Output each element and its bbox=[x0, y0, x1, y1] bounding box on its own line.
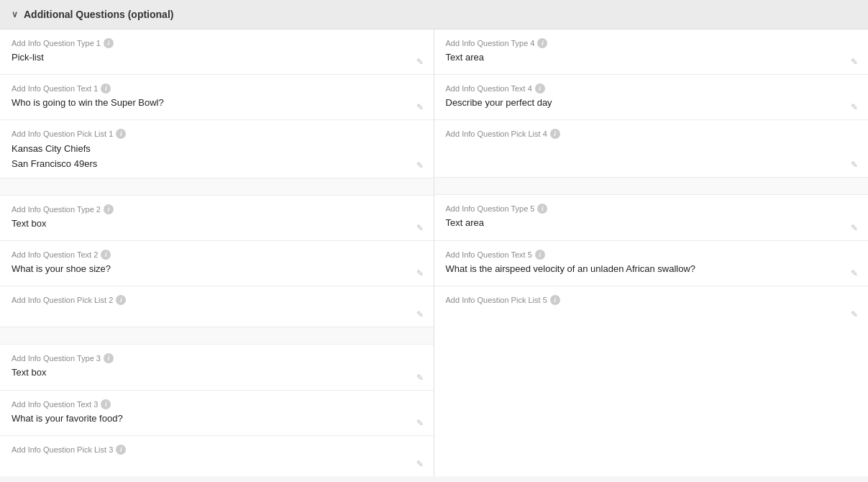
text-label-1: Add Info Question Text 1 i bbox=[12, 83, 422, 94]
edit-icon-type-4[interactable]: ✎ bbox=[851, 57, 858, 67]
text-value-1: Who is going to win the Super Bowl? bbox=[12, 96, 422, 114]
divider-2 bbox=[0, 327, 434, 345]
question-block-pick-1: Add Info Question Pick List 1 i Kansas C… bbox=[0, 120, 434, 178]
question-block-text-2: Add Info Question Text 2 i What is your … bbox=[0, 241, 434, 286]
question-block-pick-5: Add Info Question Pick List 5 i ✎ bbox=[434, 286, 869, 327]
info-icon-type-3[interactable]: i bbox=[104, 353, 114, 363]
info-icon-pick-5[interactable]: i bbox=[550, 295, 560, 305]
edit-icon-pick-5[interactable]: ✎ bbox=[851, 309, 858, 319]
section-header: ∨ Additional Questions (optional) bbox=[0, 0, 868, 29]
left-column: Add Info Question Type 1 i Pick-list ✎ A… bbox=[0, 29, 434, 476]
text-value-2: What is your shoe size? bbox=[12, 263, 422, 280]
edit-icon-text-5[interactable]: ✎ bbox=[851, 268, 858, 278]
type-label-4: Add Info Question Type 4 i bbox=[446, 38, 857, 48]
question-block-text-3: Add Info Question Text 3 i What is your … bbox=[0, 391, 434, 436]
edit-icon-text-2[interactable]: ✎ bbox=[416, 268, 424, 278]
info-icon-text-3[interactable]: i bbox=[101, 399, 111, 409]
info-icon-type-4[interactable]: i bbox=[537, 38, 547, 48]
pick-value-1: Kansas City ChiefsSan Francisco 49ers bbox=[12, 142, 422, 172]
section-title: Additional Questions (optional) bbox=[24, 9, 173, 20]
pick-label-1: Add Info Question Pick List 1 i bbox=[12, 129, 422, 139]
question-block-pick-4: Add Info Question Pick List 4 i ✎ bbox=[434, 120, 869, 178]
info-icon-text-2[interactable]: i bbox=[101, 250, 111, 260]
pick-value-3 bbox=[12, 458, 422, 470]
type-label-2: Add Info Question Type 2 i bbox=[12, 204, 422, 214]
info-icon-text-5[interactable]: i bbox=[535, 250, 545, 260]
pick-value-4 bbox=[446, 142, 857, 155]
edit-icon-pick-4[interactable]: ✎ bbox=[851, 160, 858, 170]
info-icon-type-2[interactable]: i bbox=[104, 204, 114, 214]
type-value-1: Pick-list bbox=[12, 51, 422, 68]
edit-icon-text-4[interactable]: ✎ bbox=[851, 102, 858, 112]
chevron-down-icon[interactable]: ∨ bbox=[12, 9, 18, 19]
text-label-2: Add Info Question Text 2 i bbox=[12, 250, 422, 260]
question-block-text-1: Add Info Question Text 1 i Who is going … bbox=[0, 75, 434, 120]
info-icon-text-1[interactable]: i bbox=[101, 83, 111, 94]
question-block-type-3: Add Info Question Type 3 i Text box ✎ bbox=[0, 345, 434, 390]
question-block-type-5: Add Info Question Type 5 i Text area ✎ bbox=[434, 195, 869, 240]
pick-value-5 bbox=[446, 308, 857, 321]
text-label-3: Add Info Question Text 3 i bbox=[12, 399, 422, 409]
edit-icon-pick-3[interactable]: ✎ bbox=[416, 459, 424, 469]
edit-icon-text-1[interactable]: ✎ bbox=[416, 102, 424, 112]
pick-value-2 bbox=[12, 308, 422, 321]
divider-3 bbox=[434, 178, 869, 195]
question-block-text-4: Add Info Question Text 4 i Describe your… bbox=[434, 75, 869, 120]
pick-label-2: Add Info Question Pick List 2 i bbox=[12, 295, 422, 305]
edit-icon-type-3[interactable]: ✎ bbox=[416, 373, 424, 383]
question-block-type-1: Add Info Question Type 1 i Pick-list ✎ bbox=[0, 29, 434, 75]
type-value-5: Text area bbox=[446, 217, 857, 234]
info-icon-type-5[interactable]: i bbox=[537, 204, 547, 214]
type-label-3: Add Info Question Type 3 i bbox=[12, 353, 422, 363]
text-label-5: Add Info Question Text 5 i bbox=[446, 250, 857, 260]
page-container: ∨ Additional Questions (optional) Add In… bbox=[0, 0, 868, 482]
type-value-4: Text area bbox=[446, 51, 857, 68]
info-icon-pick-3[interactable]: i bbox=[116, 445, 126, 455]
pick-label-3: Add Info Question Pick List 3 i bbox=[12, 445, 422, 455]
edit-icon-type-1[interactable]: ✎ bbox=[416, 57, 424, 67]
question-block-text-5: Add Info Question Text 5 i What is the a… bbox=[434, 241, 869, 286]
info-icon-pick-2[interactable]: i bbox=[116, 295, 126, 305]
edit-icon-pick-2[interactable]: ✎ bbox=[416, 309, 424, 319]
edit-icon-text-3[interactable]: ✎ bbox=[416, 418, 424, 428]
type-label-1: Add Info Question Type 1 i bbox=[12, 38, 422, 48]
question-block-pick-2: Add Info Question Pick List 2 i ✎ bbox=[0, 286, 434, 327]
pick-label-5: Add Info Question Pick List 5 i bbox=[446, 295, 857, 305]
info-icon-text-4[interactable]: i bbox=[535, 83, 545, 94]
text-value-5: What is the airspeed velocity of an unla… bbox=[446, 263, 857, 280]
edit-icon-type-5[interactable]: ✎ bbox=[851, 223, 858, 233]
info-icon-pick-4[interactable]: i bbox=[550, 129, 560, 139]
edit-icon-pick-1[interactable]: ✎ bbox=[416, 160, 424, 170]
question-block-type-2: Add Info Question Type 2 i Text box ✎ bbox=[0, 196, 434, 241]
text-value-4: Describe your perfect day bbox=[446, 96, 857, 114]
pick-label-4: Add Info Question Pick List 4 i bbox=[446, 129, 857, 139]
right-column: Add Info Question Type 4 i Text area ✎ A… bbox=[434, 29, 869, 476]
divider-1 bbox=[0, 178, 434, 196]
type-value-3: Text box bbox=[12, 366, 422, 383]
text-value-3: What is your favorite food? bbox=[12, 412, 422, 429]
info-icon-pick-1[interactable]: i bbox=[116, 129, 126, 139]
edit-icon-type-2[interactable]: ✎ bbox=[416, 223, 424, 233]
question-block-pick-3: Add Info Question Pick List 3 i ✎ bbox=[0, 436, 434, 476]
question-block-type-4: Add Info Question Type 4 i Text area ✎ bbox=[434, 29, 869, 75]
type-value-2: Text box bbox=[12, 217, 422, 235]
text-label-4: Add Info Question Text 4 i bbox=[446, 83, 857, 94]
info-icon-type-1[interactable]: i bbox=[104, 38, 114, 48]
type-label-5: Add Info Question Type 5 i bbox=[446, 204, 857, 214]
content-grid: Add Info Question Type 1 i Pick-list ✎ A… bbox=[0, 29, 868, 476]
